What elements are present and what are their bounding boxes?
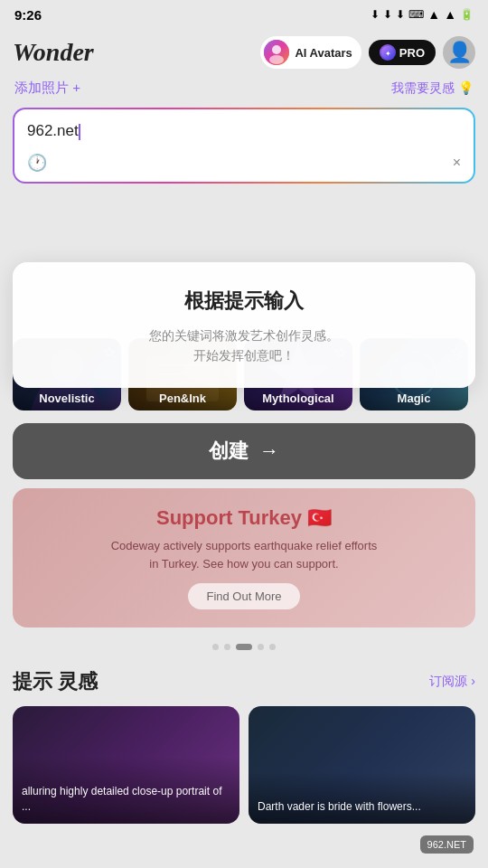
watermark: 962.NET [420, 835, 474, 854]
ai-avatar-image [264, 40, 289, 65]
svg-point-2 [269, 55, 284, 64]
popup-description: 您的关键词将激发艺术创作灵感。开始发挥创意吧！ [31, 326, 457, 366]
inspiration-section: 提示 灵感 订阅源 › alluring highly detailed clo… [0, 657, 488, 835]
find-out-more-button[interactable]: Find Out More [188, 583, 299, 609]
popup-title: 根据提示输入 [31, 288, 457, 315]
search-input-value: 962.net [27, 120, 461, 142]
inspo-card-2-text: Darth vader is bride with flowers... [249, 772, 475, 824]
create-label: 创建 [209, 438, 249, 465]
support-banner: Support Turkey 🇹🇷 Codeway actively suppo… [13, 488, 475, 627]
search-border-wrap: 962.net 🕐 × [13, 108, 475, 184]
inspiration-title: 提示 灵感 [13, 668, 98, 695]
inspo-card-1[interactable]: alluring highly detailed close-up portra… [13, 706, 239, 824]
clear-icon[interactable]: × [453, 155, 461, 171]
user-icon: 👤 [447, 41, 472, 64]
dot-2 [224, 644, 230, 650]
status-icons: ⬇ ⬇ ⬇ ⌨ ▲ ▲ 🔋 [371, 7, 474, 22]
history-icon[interactable]: 🕐 [27, 153, 47, 173]
banner-dots [0, 637, 488, 657]
svg-text:✦: ✦ [384, 50, 390, 58]
inspiration-link[interactable]: 我需要灵感 💡 [391, 80, 474, 97]
create-button[interactable]: 创建 → [13, 423, 475, 479]
dot-1 [212, 644, 219, 650]
ai-avatars-button[interactable]: AI Avatars [260, 36, 361, 69]
status-bar: 9:26 ⬇ ⬇ ⬇ ⌨ ▲ ▲ 🔋 [0, 0, 488, 29]
svg-point-1 [272, 45, 281, 54]
download-icon-3: ⬇ [396, 8, 405, 21]
search-bottom-row: 🕐 × [27, 153, 461, 173]
inspo-card-2[interactable]: Darth vader is bride with flowers... [249, 706, 475, 824]
pro-label: PRO [399, 46, 425, 60]
search-box[interactable]: 962.net 🕐 × [14, 109, 474, 182]
dot-3-active [236, 644, 252, 650]
signal-icon: ▲ [444, 7, 456, 22]
status-time: 9:26 [14, 7, 42, 23]
dot-4 [258, 644, 264, 650]
prompt-tooltip: 根据提示输入 您的关键词将激发艺术创作灵感。开始发挥创意吧！ [13, 262, 475, 388]
app-logo: Wonder [13, 38, 253, 67]
ai-avatars-label: AI Avatars [295, 46, 352, 60]
pro-button[interactable]: ✦ PRO [369, 40, 436, 65]
create-arrow-icon: → [259, 439, 279, 463]
support-description: Codeway actively supports earthquake rel… [108, 537, 380, 572]
inspiration-header: 提示 灵感 订阅源 › [13, 668, 475, 695]
download-icon-1: ⬇ [371, 8, 380, 21]
inspo-card-1-text: alluring highly detailed close-up portra… [13, 757, 239, 824]
dot-5 [269, 644, 276, 650]
add-photo-link[interactable]: 添加照片 + [14, 80, 80, 97]
battery-icon: 🔋 [460, 8, 474, 21]
user-button[interactable]: 👤 [443, 36, 475, 69]
keyboard-icon: ⌨ [408, 8, 424, 21]
pro-icon: ✦ [380, 44, 396, 61]
subscribe-link[interactable]: 订阅源 › [429, 674, 475, 690]
header: Wonder AI Avatars [0, 29, 488, 76]
download-icon-2: ⬇ [383, 8, 392, 21]
inspiration-grid: alluring highly detailed close-up portra… [13, 706, 475, 824]
support-title: Support Turkey 🇹🇷 [156, 506, 332, 530]
wifi-icon: ▲ [427, 7, 440, 22]
add-photo-row: 添加照片 + 我需要灵感 💡 [0, 76, 488, 104]
